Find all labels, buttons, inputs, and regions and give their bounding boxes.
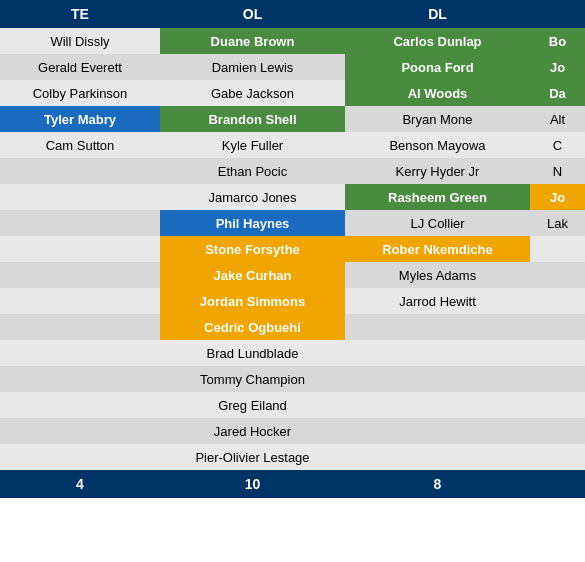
table-row: Cedric Ogbuehi [0,314,585,340]
extra-count [530,470,585,498]
table-row: Brad Lundblade [0,340,585,366]
ol-cell: Kyle Fuller [160,132,345,158]
te-cell [0,184,160,210]
ol-cell: Brandon Shell [160,106,345,132]
extra-cell: Jo [530,184,585,210]
extra-cell: Lak [530,210,585,236]
extra-cell [530,444,585,470]
extra-cell [530,366,585,392]
ol-count: 10 [160,470,345,498]
dl-cell: Carlos Dunlap [345,28,530,54]
ol-cell: Jamarco Jones [160,184,345,210]
te-cell [0,340,160,366]
dl-cell [345,392,530,418]
extra-cell: Alt [530,106,585,132]
extra-cell: Da [530,80,585,106]
te-cell [0,392,160,418]
table-row: Greg Eiland [0,392,585,418]
ol-cell: Duane Brown [160,28,345,54]
te-cell: Colby Parkinson [0,80,160,106]
table-row: Stone ForsytheRober Nkemdiche [0,236,585,262]
te-cell: Cam Sutton [0,132,160,158]
te-cell [0,418,160,444]
ol-cell: Jake Curhan [160,262,345,288]
table-row: Pier-Olivier Lestage [0,444,585,470]
ol-cell: Cedric Ogbuehi [160,314,345,340]
extra-cell [530,392,585,418]
table-row: Jake CurhanMyles Adams [0,262,585,288]
ol-cell: Phil Haynes [160,210,345,236]
ol-cell: Brad Lundblade [160,340,345,366]
table-row: Jared Hocker [0,418,585,444]
extra-cell [530,340,585,366]
dl-cell: Myles Adams [345,262,530,288]
dl-cell: Rasheem Green [345,184,530,210]
dl-count: 8 [345,470,530,498]
table-row: Jamarco JonesRasheem GreenJo [0,184,585,210]
table-row: Gerald EverettDamien LewisPoona FordJo [0,54,585,80]
te-cell [0,158,160,184]
te-cell [0,288,160,314]
dl-cell: Jarrod Hewitt [345,288,530,314]
te-cell: Gerald Everett [0,54,160,80]
extra-cell [530,418,585,444]
ol-cell: Jordan Simmons [160,288,345,314]
te-cell [0,210,160,236]
table-row: Cam SuttonKyle FullerBenson MayowaC [0,132,585,158]
ol-cell: Pier-Olivier Lestage [160,444,345,470]
ol-cell: Tommy Champion [160,366,345,392]
extra-cell: Jo [530,54,585,80]
header-row: TE OL DL [0,0,585,28]
dl-cell: Bryan Mone [345,106,530,132]
table-row: Colby ParkinsonGabe JacksonAl WoodsDa [0,80,585,106]
te-cell: Will Dissly [0,28,160,54]
te-header: TE [0,0,160,28]
table-row: Phil HaynesLJ CollierLak [0,210,585,236]
footer-row: 4 10 8 [0,470,585,498]
extra-cell [530,288,585,314]
te-cell [0,262,160,288]
table-row: Will DisslyDuane BrownCarlos DunlapBo [0,28,585,54]
extra-cell: N [530,158,585,184]
ol-cell: Stone Forsythe [160,236,345,262]
te-cell [0,236,160,262]
extra-cell: Bo [530,28,585,54]
te-cell [0,314,160,340]
te-count: 4 [0,470,160,498]
ol-cell: Greg Eiland [160,392,345,418]
ol-cell: Jared Hocker [160,418,345,444]
table-row: Tommy Champion [0,366,585,392]
dl-cell [345,340,530,366]
ol-cell: Damien Lewis [160,54,345,80]
dl-cell [345,418,530,444]
dl-cell: Al Woods [345,80,530,106]
dl-cell [345,366,530,392]
dl-header: DL [345,0,530,28]
dl-cell [345,314,530,340]
dl-cell: Poona Ford [345,54,530,80]
dl-cell: LJ Collier [345,210,530,236]
te-cell [0,444,160,470]
te-cell [0,366,160,392]
dl-cell: Rober Nkemdiche [345,236,530,262]
extra-cell: C [530,132,585,158]
extra-cell [530,314,585,340]
dl-cell [345,444,530,470]
ol-header: OL [160,0,345,28]
dl-cell: Kerry Hyder Jr [345,158,530,184]
extra-cell [530,262,585,288]
extra-cell [530,236,585,262]
dl-cell: Benson Mayowa [345,132,530,158]
te-cell: Tyler Mabry [0,106,160,132]
table-row: Ethan PocicKerry Hyder JrN [0,158,585,184]
ol-cell: Ethan Pocic [160,158,345,184]
extra-header [530,0,585,28]
table-row: Tyler MabryBrandon ShellBryan MoneAlt [0,106,585,132]
ol-cell: Gabe Jackson [160,80,345,106]
table-row: Jordan SimmonsJarrod Hewitt [0,288,585,314]
